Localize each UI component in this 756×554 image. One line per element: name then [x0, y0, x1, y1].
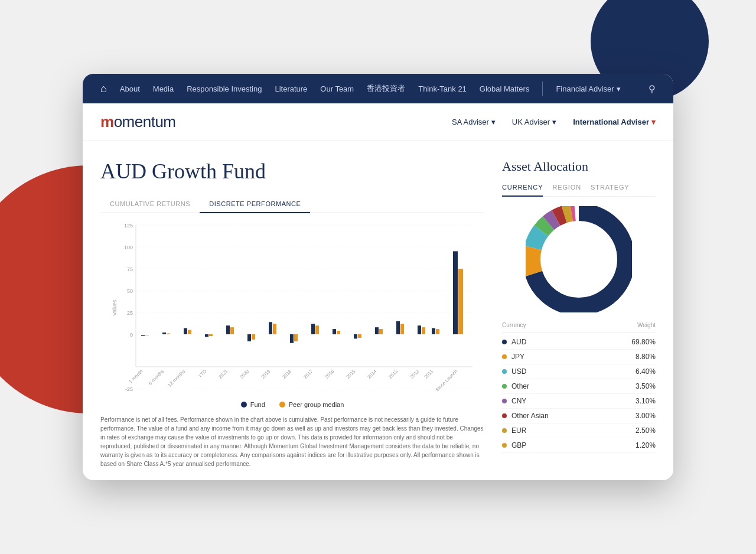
legend-peer-dot — [279, 402, 285, 408]
disclaimer-text: Performance is net of all fees. Performa… — [100, 415, 484, 468]
svg-text:50: 50 — [127, 288, 133, 294]
svg-text:100: 100 — [124, 245, 133, 250]
currency-dot-usd — [502, 369, 507, 374]
svg-text:0: 0 — [130, 332, 133, 338]
nav-financial-adviser[interactable]: Financial Adviser ▾ — [556, 84, 620, 93]
svg-rect-46 — [432, 328, 435, 334]
currency-name-gbp: GBP — [511, 441, 636, 449]
svg-text:2014: 2014 — [366, 369, 377, 380]
currency-row-aud: AUD 69.80% — [502, 335, 656, 350]
tab-cumulative-returns[interactable]: CUMULATIVE RETURNS — [100, 195, 200, 213]
uk-adviser-link[interactable]: UK Adviser ▾ — [512, 118, 556, 126]
nav-item-chinese[interactable]: 香港投資者 — [367, 83, 405, 94]
legend-fund-dot — [241, 402, 247, 408]
currency-row-usd: USD 6.40% — [502, 364, 656, 379]
legend-peer-label: Peer group median — [289, 401, 344, 408]
nav-item-media[interactable]: Media — [153, 84, 174, 93]
currency-table-header: Currency Weight — [502, 322, 656, 333]
svg-text:2016: 2016 — [324, 369, 335, 380]
svg-text:2020: 2020 — [239, 369, 250, 380]
nav-item-about[interactable]: About — [120, 84, 140, 93]
currency-weight-cny: 3.10% — [636, 397, 656, 405]
nav-item-ourteam[interactable]: Our Team — [320, 84, 354, 93]
svg-rect-29 — [252, 334, 255, 340]
currency-name-jpy: JPY — [511, 353, 636, 361]
donut-chart-container — [502, 206, 656, 312]
svg-rect-19 — [145, 335, 149, 335]
svg-rect-43 — [400, 324, 404, 334]
currency-weight-other-asian: 3.00% — [636, 412, 656, 420]
svg-rect-38 — [354, 334, 357, 338]
svg-rect-40 — [375, 327, 379, 334]
chart-legend: Fund Peer group median — [100, 401, 484, 408]
svg-rect-31 — [273, 324, 276, 334]
tab-discrete-performance[interactable]: DISCRETE PERFORMANCE — [200, 195, 310, 213]
svg-text:2015: 2015 — [345, 369, 356, 380]
chart-tabs: CUMULATIVE RETURNS DISCRETE PERFORMANCE — [100, 195, 484, 213]
search-icon[interactable]: ⚲ — [649, 83, 656, 94]
currency-row-jpy: JPY 8.80% — [502, 350, 656, 364]
logo-rest: omentum — [114, 113, 176, 131]
bar-chart: 125 100 75 50 25 0 -25 Values — [100, 219, 484, 396]
svg-rect-25 — [209, 334, 213, 336]
svg-rect-45 — [422, 327, 425, 334]
currency-dot-other — [502, 384, 507, 389]
asset-allocation-tabs: CURRENCY REGION STRATEGY — [502, 184, 656, 197]
currency-dot-gbp — [502, 443, 507, 448]
tab-currency[interactable]: CURRENCY — [502, 184, 543, 197]
svg-rect-20 — [162, 333, 166, 334]
sa-adviser-link[interactable]: SA Adviser ▾ — [452, 118, 496, 126]
browser-window: ⌂ About Media Responsible Investing Lite… — [83, 74, 673, 480]
currency-name-usd: USD — [511, 367, 636, 376]
adviser-links: SA Adviser ▾ UK Adviser ▾ International … — [452, 118, 656, 126]
svg-text:2018: 2018 — [281, 369, 292, 380]
currency-dot-other-asian — [502, 413, 507, 418]
logo: momentum — [100, 113, 176, 131]
nav-item-thinktank[interactable]: Think-Tank 21 — [418, 84, 467, 93]
currency-dot-jpy — [502, 354, 507, 359]
legend-peer: Peer group median — [279, 401, 344, 408]
tab-strategy[interactable]: STRATEGY — [591, 184, 630, 197]
svg-text:-25: -25 — [125, 386, 133, 392]
chevron-down-icon: ▾ — [617, 84, 621, 93]
svg-rect-28 — [247, 334, 251, 341]
legend-fund: Fund — [241, 401, 265, 408]
chart-svg: 125 100 75 50 25 0 -25 Values — [100, 219, 484, 396]
svg-text:25: 25 — [127, 310, 133, 316]
donut-chart-svg — [526, 206, 632, 312]
nav-item-literature[interactable]: Literature — [275, 84, 307, 93]
svg-rect-21 — [167, 334, 170, 334]
svg-rect-26 — [226, 325, 230, 334]
svg-rect-32 — [290, 334, 294, 343]
svg-text:Values: Values — [112, 299, 118, 315]
currency-name-eur: EUR — [511, 426, 636, 435]
intl-adviser-label: International Adviser — [573, 118, 649, 126]
currency-name-aud: AUD — [511, 338, 631, 346]
nav-item-global[interactable]: Global Matters — [480, 84, 530, 93]
nav-item-responsible[interactable]: Responsible Investing — [187, 84, 262, 93]
home-icon[interactable]: ⌂ — [100, 83, 107, 95]
right-panel: Asset Allocation CURRENCY REGION STRATEG… — [502, 159, 656, 468]
uk-chevron-icon: ▾ — [552, 118, 556, 126]
svg-rect-37 — [337, 331, 340, 334]
svg-text:YTD: YTD — [197, 369, 208, 379]
svg-point-74 — [549, 230, 608, 289]
nav-financial-label: Financial Adviser — [556, 84, 614, 93]
currency-name-other-asian: Other Asian — [511, 412, 636, 420]
svg-text:12 months: 12 months — [167, 369, 187, 388]
currency-weight-eur: 2.50% — [636, 426, 656, 435]
currency-weight-aud: 69.80% — [631, 338, 656, 346]
svg-rect-22 — [184, 328, 187, 334]
svg-text:6 months: 6 months — [148, 369, 165, 386]
col-weight-header: Weight — [637, 322, 656, 328]
svg-rect-27 — [230, 327, 234, 334]
tab-region[interactable]: REGION — [552, 184, 581, 197]
intl-adviser-link[interactable]: International Adviser ▾ — [573, 118, 656, 126]
legend-fund-label: Fund — [250, 401, 265, 408]
currency-weight-jpy: 8.80% — [636, 353, 656, 361]
nav-divider — [542, 82, 543, 96]
svg-rect-30 — [269, 322, 272, 334]
svg-rect-47 — [436, 329, 439, 334]
nav-bar: ⌂ About Media Responsible Investing Lite… — [83, 74, 673, 103]
currency-name-cny: CNY — [511, 397, 636, 405]
